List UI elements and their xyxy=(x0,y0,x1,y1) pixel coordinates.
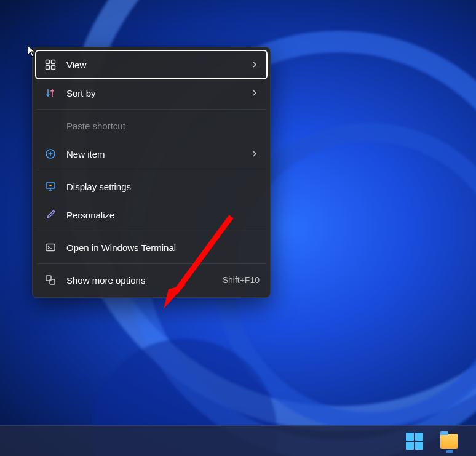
chevron-right-icon xyxy=(250,150,260,158)
menu-item-paste-shortcut: Paste shortcut xyxy=(36,111,267,140)
menu-item-open-terminal[interactable]: Open in Windows Terminal xyxy=(36,233,267,262)
svg-rect-8 xyxy=(46,276,51,281)
menu-item-sort-by[interactable]: Sort by xyxy=(36,79,267,107)
svg-point-6 xyxy=(49,185,51,186)
paintbrush-icon xyxy=(44,209,57,221)
menu-item-label: New item xyxy=(66,149,240,159)
menu-item-personalize[interactable]: Personalize xyxy=(36,201,267,229)
sort-icon xyxy=(44,87,57,99)
svg-rect-2 xyxy=(46,66,50,70)
view-icon xyxy=(44,58,57,71)
menu-item-show-more-options[interactable]: Show more options Shift+F10 xyxy=(36,266,267,294)
menu-item-label: Paste shortcut xyxy=(66,121,260,131)
folder-icon xyxy=(440,434,458,449)
plus-circle-icon xyxy=(44,148,57,160)
menu-item-label: View xyxy=(66,60,240,70)
menu-item-label: Display settings xyxy=(66,182,260,192)
menu-item-label: Sort by xyxy=(66,88,240,98)
menu-separator xyxy=(37,109,266,110)
menu-item-label: Show more options xyxy=(66,275,213,286)
start-button[interactable] xyxy=(406,433,423,450)
svg-rect-1 xyxy=(52,60,55,64)
show-more-icon xyxy=(44,274,57,286)
menu-item-view[interactable]: View xyxy=(36,50,267,79)
blank-icon xyxy=(44,119,57,132)
svg-rect-3 xyxy=(52,66,55,70)
menu-item-label: Open in Windows Terminal xyxy=(66,242,260,253)
svg-rect-0 xyxy=(46,60,50,64)
menu-separator xyxy=(37,231,266,231)
display-settings-icon xyxy=(44,180,57,193)
windows-logo-icon xyxy=(406,433,423,450)
desktop-context-menu: View Sort by Paste shortcut New item xyxy=(32,47,271,298)
menu-item-display-settings[interactable]: Display settings xyxy=(36,172,267,201)
chevron-right-icon xyxy=(250,61,260,68)
menu-item-label: Personalize xyxy=(66,210,260,220)
terminal-icon xyxy=(44,241,57,254)
menu-item-new-item[interactable]: New item xyxy=(36,140,267,168)
svg-rect-7 xyxy=(46,244,55,251)
menu-separator xyxy=(37,170,266,170)
menu-separator xyxy=(37,263,266,264)
file-explorer-button[interactable] xyxy=(440,433,458,450)
mouse-cursor xyxy=(27,45,36,57)
svg-rect-9 xyxy=(50,279,55,284)
chevron-right-icon xyxy=(250,89,260,97)
taskbar xyxy=(0,425,476,456)
menu-item-shortcut: Shift+F10 xyxy=(223,275,260,285)
